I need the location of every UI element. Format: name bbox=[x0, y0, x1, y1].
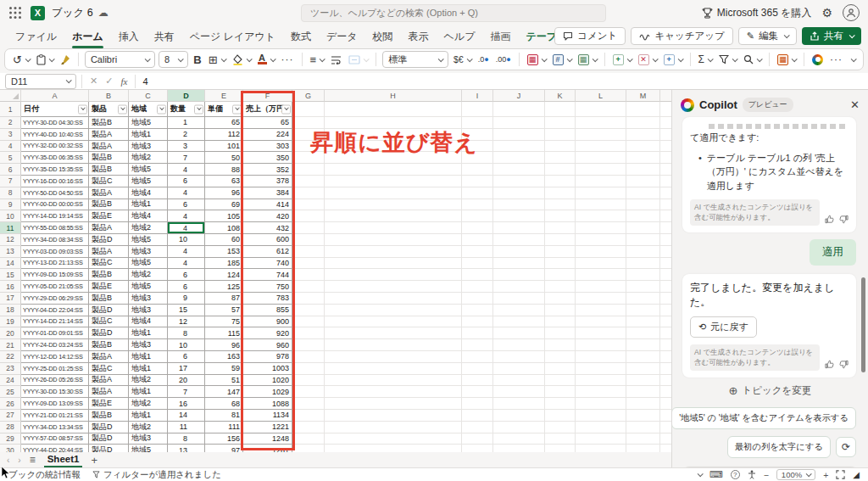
cell[interactable] bbox=[462, 102, 493, 117]
cell[interactable]: 920 bbox=[243, 327, 292, 339]
cell[interactable]: 96 bbox=[205, 187, 243, 199]
cell[interactable]: 9 bbox=[168, 293, 205, 305]
cell[interactable]: 製品B bbox=[89, 164, 129, 176]
cell[interactable] bbox=[576, 102, 626, 117]
cell[interactable] bbox=[660, 210, 671, 222]
cell[interactable] bbox=[660, 305, 671, 316]
cell[interactable] bbox=[545, 117, 576, 129]
cell[interactable]: 製品A bbox=[89, 386, 129, 398]
cell[interactable] bbox=[660, 141, 671, 153]
cell[interactable] bbox=[576, 117, 626, 129]
cell[interactable] bbox=[576, 339, 626, 351]
more-font-options-button[interactable]: ··· bbox=[280, 53, 296, 66]
ribbon-tab-ページ レイアウト[interactable]: ページ レイアウト bbox=[183, 26, 282, 48]
cell[interactable] bbox=[545, 152, 576, 164]
cell[interactable] bbox=[545, 222, 576, 234]
column-header-F[interactable]: F bbox=[243, 90, 292, 102]
cell[interactable] bbox=[493, 129, 545, 141]
cell[interactable] bbox=[462, 176, 493, 187]
cell[interactable] bbox=[292, 327, 325, 339]
font-size-select[interactable]: 8 bbox=[159, 51, 188, 68]
sheet-tab[interactable]: Sheet1 bbox=[44, 454, 83, 466]
cell[interactable] bbox=[660, 164, 671, 176]
apply-button[interactable]: 適用 bbox=[810, 239, 856, 266]
cell[interactable]: YYYY-44-DD 20:44:SS bbox=[21, 445, 89, 452]
fullscreen-icon[interactable] bbox=[836, 470, 845, 479]
cell[interactable]: 製品C bbox=[89, 363, 129, 375]
cell[interactable]: 75 bbox=[205, 316, 243, 328]
cell[interactable] bbox=[292, 176, 325, 187]
undo-button[interactable]: ↺ bbox=[11, 53, 31, 67]
cell[interactable] bbox=[545, 316, 576, 328]
cell[interactable]: 147 bbox=[205, 386, 243, 398]
cell[interactable]: YYYY-16-DD 00:16:SS bbox=[21, 176, 89, 187]
cell[interactable]: 303 bbox=[243, 141, 292, 153]
ribbon-tab-数式[interactable]: 数式 bbox=[284, 26, 318, 48]
cell[interactable]: 製品B bbox=[89, 410, 129, 422]
cell[interactable]: YYYY-01-DD 09:01:SS bbox=[21, 327, 89, 339]
account-avatar[interactable] bbox=[843, 4, 860, 21]
filter-dropdown-icon[interactable] bbox=[232, 104, 242, 114]
cell[interactable]: 6 bbox=[168, 269, 205, 281]
cell[interactable] bbox=[545, 129, 576, 141]
ribbon-tab-ファイル[interactable]: ファイル bbox=[8, 26, 64, 48]
prev-sheet-button[interactable]: ‹ bbox=[7, 456, 9, 465]
cell[interactable]: 製品E bbox=[89, 210, 129, 222]
accessibility-icon[interactable] bbox=[748, 470, 756, 479]
cell[interactable] bbox=[626, 199, 660, 211]
cell[interactable] bbox=[626, 339, 660, 351]
column-header-E[interactable]: E bbox=[205, 90, 243, 102]
cell[interactable]: 65 bbox=[243, 117, 292, 129]
merge-cells-button[interactable] bbox=[347, 54, 370, 65]
cell[interactable] bbox=[576, 199, 626, 211]
cell[interactable]: 115 bbox=[205, 327, 243, 339]
row-header-15[interactable]: 15 bbox=[0, 269, 21, 281]
cell[interactable]: YYYY-24-DD 03:24:SS bbox=[21, 339, 89, 351]
cell[interactable]: YYYY-50-DD 04:50:SS bbox=[21, 187, 89, 199]
cell[interactable] bbox=[626, 445, 660, 452]
cell[interactable]: 16 bbox=[168, 398, 205, 410]
cell[interactable]: 製品A bbox=[89, 129, 129, 141]
cell[interactable] bbox=[292, 433, 325, 445]
filter-dropdown-icon[interactable] bbox=[118, 104, 127, 114]
cell[interactable] bbox=[493, 176, 545, 187]
cell[interactable] bbox=[545, 281, 576, 293]
cell[interactable]: YYYY-21-DD 01:21:SS bbox=[21, 410, 89, 422]
cell[interactable] bbox=[545, 234, 576, 246]
thumbs-down-icon[interactable] bbox=[839, 215, 849, 224]
cell[interactable] bbox=[493, 258, 545, 270]
cell[interactable]: 1003 bbox=[243, 363, 292, 375]
cell[interactable] bbox=[292, 351, 325, 363]
cell[interactable]: 地域5 bbox=[129, 117, 168, 129]
cell[interactable] bbox=[462, 187, 493, 199]
cell[interactable] bbox=[545, 187, 576, 199]
cell[interactable] bbox=[576, 187, 626, 199]
cell[interactable] bbox=[493, 386, 545, 398]
cell[interactable] bbox=[576, 386, 626, 398]
cell[interactable] bbox=[660, 433, 671, 445]
cell[interactable]: 製品E bbox=[89, 398, 129, 410]
cell[interactable] bbox=[493, 102, 545, 117]
name-box[interactable]: D11 bbox=[5, 74, 76, 89]
cell[interactable] bbox=[660, 187, 671, 199]
cell[interactable]: 製品A bbox=[89, 351, 129, 363]
cell[interactable] bbox=[545, 351, 576, 363]
copilot-suggestion-chip[interactable]: 最初の列を太字にする bbox=[727, 436, 831, 458]
cell[interactable] bbox=[626, 141, 660, 153]
cell[interactable]: 51 bbox=[205, 375, 243, 387]
cell[interactable] bbox=[660, 281, 671, 293]
cell[interactable] bbox=[325, 316, 462, 328]
cell[interactable]: 378 bbox=[243, 176, 292, 187]
cell[interactable] bbox=[626, 398, 660, 410]
cell[interactable]: 960 bbox=[243, 339, 292, 351]
thumbs-up-icon[interactable] bbox=[825, 360, 834, 369]
cell[interactable]: YYYY-14-DD 21:14:SS bbox=[21, 316, 89, 328]
cell[interactable] bbox=[626, 210, 660, 222]
cell[interactable] bbox=[292, 210, 325, 222]
cell[interactable]: 750 bbox=[243, 281, 292, 293]
cell[interactable] bbox=[462, 293, 493, 305]
cell[interactable]: 地域5 bbox=[129, 164, 168, 176]
more-commands-button[interactable]: ··· bbox=[828, 53, 844, 66]
cell[interactable] bbox=[493, 410, 545, 422]
cell[interactable]: YYYY-30-DD 15:30:SS bbox=[21, 386, 89, 398]
